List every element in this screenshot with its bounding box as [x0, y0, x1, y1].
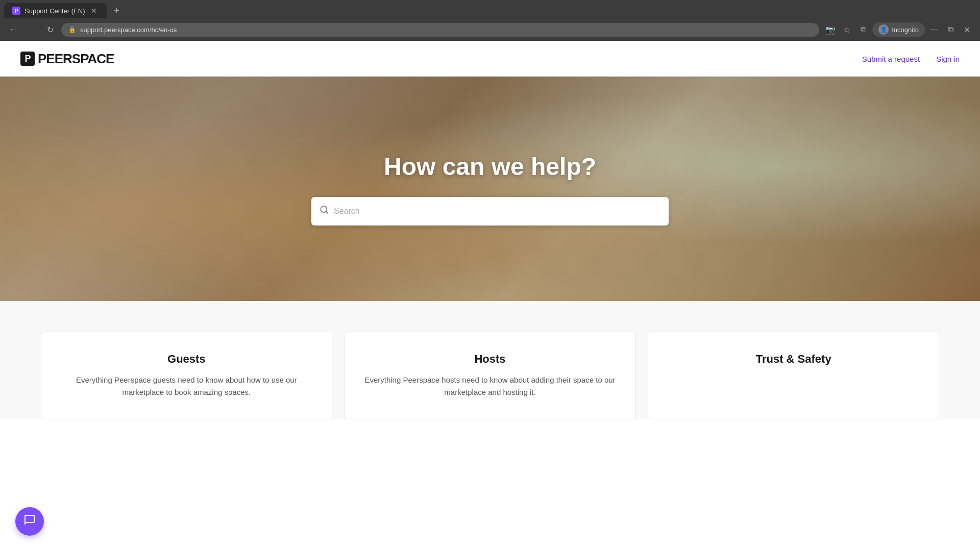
guests-card[interactable]: Guests Everything Peerspace guests need …	[41, 332, 332, 419]
trust-safety-card[interactable]: Trust & Safety	[648, 332, 939, 419]
header-nav: Submit a request Sign in	[862, 55, 960, 63]
split-screen-icon[interactable]: ⧉	[856, 22, 870, 37]
bookmark-icon[interactable]: ☆	[840, 22, 854, 37]
hosts-card-title: Hosts	[361, 353, 619, 366]
search-icon	[320, 205, 329, 217]
hosts-card-description: Everything Peerspace hosts need to know …	[361, 374, 619, 398]
site-header: P PEERSPACE Submit a request Sign in	[0, 41, 980, 77]
hosts-card[interactable]: Hosts Everything Peerspace hosts need to…	[345, 332, 636, 419]
guests-card-description: Everything Peerspace guests need to know…	[58, 374, 315, 398]
chat-bubble-icon	[23, 514, 36, 529]
camera-off-icon[interactable]: 📷	[823, 22, 838, 37]
address-bar[interactable]: 🔒 support.peerspace.com/hc/en-us	[61, 23, 819, 37]
tab-title: Support Center (EN)	[24, 7, 85, 15]
browser-tab[interactable]: P Support Center (EN) ✕	[4, 3, 107, 18]
trust-safety-card-title: Trust & Safety	[665, 353, 922, 366]
cards-section: Guests Everything Peerspace guests need …	[0, 301, 980, 419]
tab-close-button[interactable]: ✕	[89, 6, 99, 15]
search-bar	[311, 197, 669, 226]
search-input[interactable]	[334, 207, 660, 216]
hero-content: How can we help?	[0, 153, 980, 226]
maximize-button[interactable]: ⧉	[943, 22, 958, 37]
back-button[interactable]: ←	[6, 22, 20, 37]
browser-window: P Support Center (EN) ✕ + ← → ↻ 🔒 suppor…	[0, 0, 980, 41]
lock-icon: 🔒	[68, 26, 76, 33]
new-tab-button[interactable]: +	[111, 5, 123, 17]
browser-toolbar: ← → ↻ 🔒 support.peerspace.com/hc/en-us 📷…	[0, 18, 980, 41]
website-content: P PEERSPACE Submit a request Sign in How…	[0, 41, 980, 419]
close-window-button[interactable]: ✕	[960, 22, 974, 37]
browser-actions: 📷 ☆ ⧉ 👤 Incognito — ⧉ ✕	[823, 22, 974, 37]
site-logo[interactable]: P PEERSPACE	[20, 51, 114, 67]
incognito-badge[interactable]: 👤 Incognito	[872, 22, 925, 37]
incognito-label: Incognito	[892, 26, 919, 34]
minimize-button[interactable]: —	[927, 22, 941, 37]
hero-section: How can we help?	[0, 77, 980, 301]
guests-card-title: Guests	[58, 353, 315, 366]
logo-icon: P	[20, 52, 35, 66]
chat-bubble-button[interactable]	[15, 507, 44, 536]
forward-button[interactable]: →	[24, 22, 39, 37]
reload-button[interactable]: ↻	[43, 22, 57, 37]
incognito-icon: 👤	[878, 24, 889, 35]
svg-line-1	[326, 211, 327, 213]
sign-in-link[interactable]: Sign in	[936, 55, 960, 63]
submit-request-link[interactable]: Submit a request	[862, 55, 920, 63]
logo-text: PEERSPACE	[38, 51, 114, 67]
url-display: support.peerspace.com/hc/en-us	[80, 26, 177, 34]
tab-favicon: P	[12, 7, 20, 15]
hero-title: How can we help?	[10, 153, 970, 181]
browser-titlebar: P Support Center (EN) ✕ +	[0, 0, 980, 18]
